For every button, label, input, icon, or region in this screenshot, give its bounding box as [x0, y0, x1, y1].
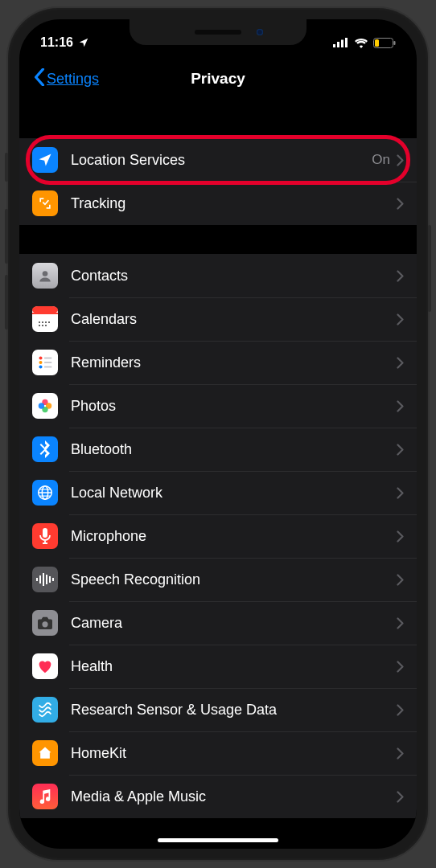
row-label: Research Sensor & Usage Data — [71, 702, 397, 719]
wifi-icon — [354, 38, 368, 48]
status-time: 11:16 — [40, 35, 73, 50]
row-camera[interactable]: Camera — [19, 601, 417, 645]
row-location-services[interactable]: Location Services On — [19, 138, 417, 182]
row-label: Health — [71, 658, 397, 675]
calendar-icon — [32, 306, 58, 332]
svg-point-12 — [45, 321, 47, 323]
heart-icon — [32, 653, 58, 679]
svg-point-39 — [42, 621, 47, 627]
chevron-right-icon — [397, 487, 404, 499]
row-microphone[interactable]: Microphone — [19, 514, 417, 558]
chevron-right-icon — [397, 747, 404, 760]
location-arrow-icon — [32, 147, 58, 173]
row-label: Media & Apple Music — [71, 788, 397, 805]
battery-low-icon — [373, 38, 396, 48]
camera-icon — [32, 610, 58, 636]
row-value: On — [372, 152, 390, 168]
row-calendars[interactable]: Calendars — [19, 297, 417, 341]
microphone-icon — [32, 523, 58, 549]
phone-frame: 11:16 — [8, 8, 428, 860]
chevron-right-icon — [397, 574, 404, 586]
svg-rect-3 — [345, 38, 348, 47]
svg-point-16 — [45, 325, 47, 326]
svg-rect-22 — [44, 366, 51, 368]
svg-point-15 — [42, 325, 43, 326]
row-label: Tracking — [71, 195, 397, 212]
chevron-right-icon — [397, 661, 404, 673]
row-speech-recognition[interactable]: Speech Recognition — [19, 558, 417, 601]
row-reminders[interactable]: Reminders — [19, 341, 417, 384]
svg-rect-33 — [36, 578, 38, 581]
row-label: Calendars — [71, 311, 397, 328]
row-label: HomeKit — [71, 745, 397, 762]
row-research-sensor-data[interactable]: Research Sensor & Usage Data — [19, 688, 417, 731]
row-bluetooth[interactable]: Bluetooth — [19, 428, 417, 471]
row-label: Local Network — [71, 485, 397, 502]
chevron-right-icon — [397, 357, 404, 369]
row-label: Reminders — [71, 354, 397, 371]
contacts-icon — [32, 263, 58, 289]
screen: 11:16 — [19, 19, 417, 849]
svg-rect-1 — [337, 42, 339, 47]
settings-content[interactable]: Location Services On Tracking — [19, 100, 417, 849]
svg-rect-38 — [52, 578, 54, 581]
cellular-signal-icon — [333, 38, 349, 47]
chevron-right-icon — [397, 313, 404, 326]
chevron-right-icon — [397, 270, 404, 282]
svg-rect-5 — [394, 41, 396, 45]
privacy-group-apps: Contacts Calendars Reminders — [19, 254, 417, 818]
back-button[interactable]: Settings — [34, 68, 99, 90]
row-photos[interactable]: Photos — [19, 384, 417, 428]
svg-rect-0 — [333, 44, 335, 47]
svg-rect-20 — [44, 358, 51, 359]
row-label: Microphone — [71, 528, 397, 545]
svg-point-17 — [39, 356, 42, 359]
notch — [130, 19, 306, 45]
chevron-right-icon — [397, 617, 404, 629]
row-label: Contacts — [71, 268, 397, 285]
home-indicator[interactable] — [158, 838, 278, 842]
svg-rect-6 — [375, 39, 379, 47]
row-label: Speech Recognition — [71, 571, 397, 588]
chevron-right-icon — [397, 704, 404, 716]
waveform-icon — [32, 567, 58, 592]
svg-rect-2 — [341, 40, 343, 48]
globe-icon — [32, 480, 58, 506]
row-tracking[interactable]: Tracking — [19, 182, 417, 225]
svg-point-7 — [43, 271, 48, 276]
svg-rect-36 — [46, 575, 47, 584]
svg-rect-34 — [39, 575, 41, 583]
svg-point-19 — [39, 365, 42, 368]
svg-rect-21 — [44, 362, 51, 363]
chevron-right-icon — [397, 400, 404, 412]
row-label: Location Services — [71, 152, 372, 169]
location-indicator-icon — [78, 37, 89, 48]
svg-point-10 — [39, 321, 40, 323]
row-label: Photos — [71, 398, 397, 415]
music-icon — [32, 784, 58, 809]
svg-rect-37 — [49, 576, 51, 583]
chevron-right-icon — [397, 444, 404, 456]
svg-rect-9 — [32, 313, 58, 314]
tracking-icon — [32, 190, 58, 216]
svg-rect-32 — [43, 528, 47, 538]
row-label: Bluetooth — [71, 441, 397, 458]
privacy-group-top: Location Services On Tracking — [19, 138, 417, 225]
row-contacts[interactable]: Contacts — [19, 254, 417, 297]
chevron-right-icon — [397, 154, 404, 166]
row-media-apple-music[interactable]: Media & Apple Music — [19, 775, 417, 818]
chevron-right-icon — [397, 198, 404, 210]
research-icon — [32, 697, 58, 723]
svg-point-11 — [42, 321, 43, 323]
row-homekit[interactable]: HomeKit — [19, 731, 417, 775]
row-health[interactable]: Health — [19, 645, 417, 688]
photos-icon — [32, 393, 58, 419]
back-label: Settings — [47, 71, 99, 88]
row-local-network[interactable]: Local Network — [19, 471, 417, 514]
volume-down-button — [5, 275, 8, 330]
chevron-right-icon — [397, 791, 404, 803]
svg-rect-35 — [43, 573, 44, 586]
mute-switch — [5, 153, 8, 182]
svg-point-18 — [39, 361, 42, 364]
reminders-icon — [32, 350, 58, 375]
